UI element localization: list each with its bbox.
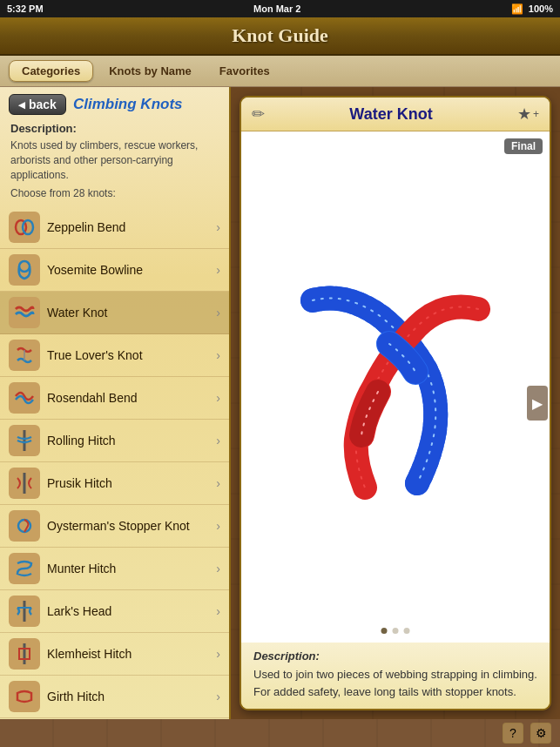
tab-favorites[interactable]: Favorites [207,61,282,81]
status-date: Mon Mar 2 [253,3,300,14]
list-item[interactable]: Munter Hitch › [0,548,229,590]
detail-card: ✏ Water Knot ★+ Final [240,96,551,710]
tab-knots-by-name[interactable]: Knots by Name [97,61,204,81]
back-button[interactable]: back [9,94,66,115]
app-header: Knot Guide [0,17,560,56]
list-item[interactable]: Oysterman's Stopper Knot › [0,505,229,548]
svg-point-1 [23,220,33,234]
favorite-button[interactable]: ★+ [517,104,539,124]
detail-desc-label: Description: [253,649,537,663]
battery-label: 100% [529,3,553,14]
knot-name: Zeppelin Bend [47,220,216,234]
knot-name: Oysterman's Stopper Knot [47,519,216,533]
knot-image-container: Final [241,131,550,643]
list-item[interactable]: Lark's Head › [0,590,229,633]
description-label: Description: [10,122,219,135]
choose-text: Choose from 28 knots: [10,187,219,199]
right-panel: ✏ Water Knot ★+ Final [231,87,560,719]
knot-illustration [295,266,496,509]
settings-icon: ⚙ [536,726,547,740]
knot-icon [9,510,40,542]
knot-name: Rosendahl Bend [47,391,216,405]
knot-icon [9,297,40,328]
page-dot [381,628,388,634]
arrow-right-icon: ▶ [532,395,543,412]
knot-name: Rolling Hitch [47,434,216,448]
status-time: 5:32 PM [7,3,44,14]
page-dot [393,628,399,634]
chevron-icon: › [216,391,220,405]
status-bar: 5:32 PM Mon Mar 2 📶 100% [0,0,560,17]
description-section: Description: Knots used by climbers, res… [0,118,229,206]
chevron-icon: › [216,306,220,320]
svg-point-2 [19,261,30,272]
knot-name: Prusik Hitch [47,476,216,490]
list-item[interactable]: Water Knot › [0,292,229,334]
page-dots [376,622,415,639]
knot-icon [9,638,40,670]
help-button[interactable]: ? [503,723,523,744]
app-container: Knot Guide Categories Knots by Name Favo… [0,17,560,747]
list-item[interactable]: Girth Hitch › [0,676,229,718]
next-arrow-button[interactable]: ▶ [527,386,548,421]
page-dot [404,628,410,634]
knot-name: Water Knot [47,306,216,320]
list-item[interactable]: Zeppelin Bend › [0,206,229,249]
settings-button[interactable]: ⚙ [530,723,551,744]
chevron-icon: › [216,519,220,533]
knot-icon [9,596,40,627]
app-title: Knot Guide [232,24,328,47]
list-item[interactable]: Rolling Hitch › [0,420,229,462]
knot-name: Klemheist Hitch [47,647,216,661]
knot-icon [9,425,40,456]
content-area: back Climbing Knots Description: Knots u… [0,87,560,719]
chevron-icon: › [216,434,220,448]
knot-icon [9,254,40,286]
chevron-icon: › [216,348,220,362]
knot-icon [9,382,40,414]
list-item[interactable]: Prusik Hitch › [0,462,229,505]
chevron-icon: › [216,690,220,703]
category-title: Climbing Knots [73,96,183,113]
chevron-icon: › [216,263,220,277]
knot-icon [9,340,40,371]
list-item[interactable]: Klemheist Hitch › [0,633,229,676]
wifi-icon: 📶 [511,3,523,15]
bottom-bar: ? ⚙ [0,719,560,747]
knot-icon [9,212,40,243]
knot-list: Zeppelin Bend › Yosemite Bowline › [0,206,229,719]
knot-icon [9,468,40,499]
chevron-icon: › [216,476,220,490]
knot-name: Lark's Head [47,604,216,618]
chevron-icon: › [216,562,220,575]
status-right: 📶 100% [511,3,553,15]
tab-bar: Categories Knots by Name Favorites [0,56,560,87]
knot-icon [9,681,40,712]
knot-name: Munter Hitch [47,562,216,575]
list-item[interactable]: True Lover's Knot › [0,334,229,377]
star-icon: ★ [517,104,531,124]
detail-desc-section: Description: Used to join two pieces of … [241,643,550,709]
list-item[interactable]: Rosendahl Bend › [0,377,229,420]
edit-icon[interactable]: ✏ [252,104,265,124]
chevron-icon: › [216,604,220,618]
detail-desc-text: Used to join two pieces of webbing strap… [253,666,537,700]
plus-icon: + [533,108,539,120]
description-text: Knots used by climbers, rescue workers, … [10,138,219,182]
detail-header: ✏ Water Knot ★+ [241,98,550,131]
back-area: back Climbing Knots [0,87,229,118]
chevron-icon: › [216,647,220,661]
left-panel: back Climbing Knots Description: Knots u… [0,87,231,719]
final-badge: Final [504,138,543,154]
knot-name: True Lover's Knot [47,348,216,362]
knot-name: Yosemite Bowline [47,263,216,277]
chevron-icon: › [216,220,220,234]
tab-categories[interactable]: Categories [9,60,93,82]
knot-icon [9,553,40,584]
detail-knot-title: Water Knot [273,105,509,124]
help-icon: ? [509,726,516,740]
knot-name: Girth Hitch [47,690,216,703]
list-item[interactable]: Yosemite Bowline › [0,249,229,292]
